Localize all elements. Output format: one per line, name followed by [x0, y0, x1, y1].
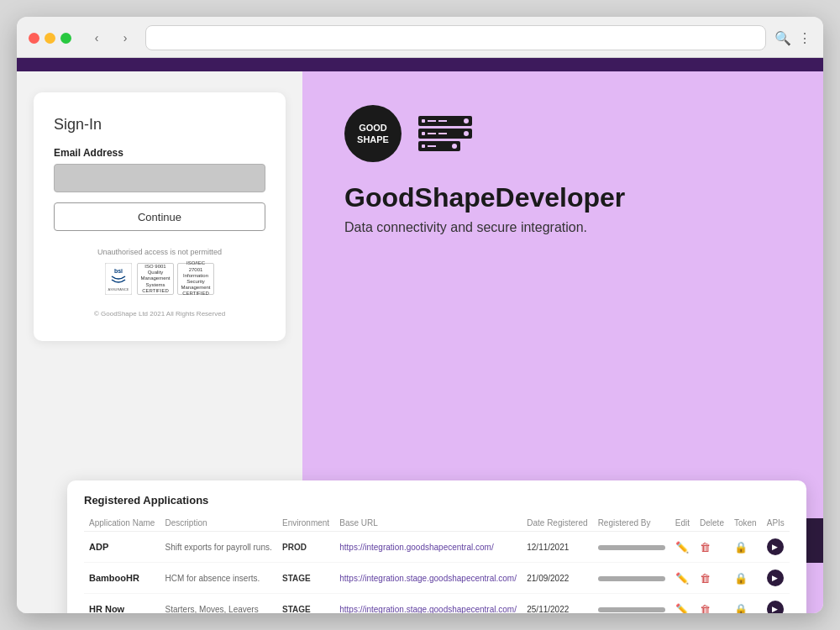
server-line-4: [438, 133, 447, 134]
menu-icon[interactable]: ⋮: [798, 30, 811, 46]
table-title: Registered Applications: [84, 494, 790, 507]
server-line-3: [428, 133, 436, 134]
server-dot-3: [422, 144, 425, 148]
table-row: HR Now Starters, Moves, Leavers STAGE ht…: [84, 594, 790, 614]
cert-iso27001: ISO/IEC27001Information SecurityManageme…: [177, 263, 214, 295]
app-date-hrnow: 25/11/2022: [527, 605, 569, 613]
server-rack-icon: [418, 116, 472, 151]
delete-icon-adp[interactable]: 🗑: [700, 541, 711, 554]
app-desc-bamboohr: HCM for absence inserts.: [165, 574, 260, 583]
top-bar: [17, 58, 823, 71]
app-desc-adp: Shift exports for payroll runs.: [165, 543, 272, 552]
app-name-bamboohr: BambooHR: [89, 573, 139, 583]
address-bar[interactable]: [145, 25, 766, 50]
lock-icon-hrnow[interactable]: 🔒: [734, 603, 748, 614]
svg-text:bsi: bsi: [114, 268, 123, 274]
edit-icon-bamboohr[interactable]: ✏️: [675, 572, 689, 585]
nav-forward-button[interactable]: ›: [113, 26, 137, 50]
svg-text:ASSURANCE: ASSURANCE: [108, 287, 129, 291]
server-line-2: [438, 120, 447, 122]
traffic-light-red[interactable]: [29, 33, 39, 44]
server-bar-3: [418, 141, 460, 151]
email-label: Email Address: [54, 147, 265, 159]
copyright-text: © GoodShape Ltd 2021 All Rights Reserved: [54, 310, 265, 318]
bsi-certs: ISO 9001QualityManagementSystemsCERTIFIE…: [137, 263, 214, 295]
brand-subtitle: Data connectivity and secure integration…: [344, 220, 781, 235]
col-registered-by: Registered By: [593, 515, 670, 532]
server-dot-2: [422, 132, 425, 135]
registered-by-hrnow: [598, 607, 665, 612]
search-icon[interactable]: 🔍: [774, 30, 791, 46]
col-edit: Edit: [670, 515, 695, 532]
lock-icon-bamboohr[interactable]: 🔒: [734, 572, 748, 585]
continue-button[interactable]: Continue: [54, 202, 265, 231]
cert-iso9001-label: ISO 9001QualityManagementSystemsCERTIFIE…: [140, 264, 170, 294]
app-url-bamboohr[interactable]: https://integration.stage.goodshapecentr…: [339, 574, 517, 583]
app-env-hrnow: STAGE: [282, 605, 311, 613]
col-token: Token: [729, 515, 762, 532]
goodshape-logo-text: GOODSHAPE: [357, 122, 389, 146]
server-bar-2: [418, 129, 472, 139]
table-header-row: Application Name Description Environment…: [84, 515, 790, 532]
registered-applications-panel: Registered Applications Application Name…: [67, 480, 806, 613]
traffic-light-yellow[interactable]: [45, 33, 55, 44]
app-date-adp: 12/11/2021: [527, 543, 569, 552]
app-desc-hrnow: Starters, Moves, Leavers: [165, 605, 259, 613]
delete-icon-hrnow[interactable]: 🗑: [700, 603, 711, 614]
registered-by-adp: [598, 545, 665, 550]
brand-area: GOODSHAPE: [344, 105, 781, 162]
email-input[interactable]: [54, 164, 265, 192]
table-row: ADP Shift exports for payroll runs. PROD…: [84, 532, 790, 563]
traffic-light-green[interactable]: [60, 33, 71, 44]
server-line: [428, 120, 436, 122]
signin-card: Sign-In Email Address Continue Unauthori…: [34, 92, 286, 341]
server-bar-1: [418, 116, 472, 126]
outer-wrapper: ‹ › 🔍 ⋮ Sign-In Email Address Cont: [0, 0, 840, 630]
nav-buttons: ‹ ›: [85, 26, 137, 50]
content-wrapper: Sign-In Email Address Continue Unauthori…: [17, 71, 823, 613]
table-row: BambooHR HCM for absence inserts. STAGE …: [84, 563, 790, 594]
traffic-lights: [29, 33, 71, 44]
edit-icon-adp[interactable]: ✏️: [675, 541, 689, 554]
col-delete: Delete: [695, 515, 729, 532]
bsi-logo-icon: bsi ASSURANCE: [105, 263, 132, 295]
app-url-hrnow[interactable]: https://integration.stage.goodshapecentr…: [339, 605, 517, 613]
cert-iso27001-label: ISO/IEC27001Information SecurityManageme…: [180, 260, 212, 297]
nav-back-button[interactable]: ‹: [85, 26, 108, 50]
browser-window: ‹ › 🔍 ⋮ Sign-In Email Address Cont: [17, 17, 823, 613]
app-env-bamboohr: STAGE: [282, 574, 311, 583]
app-name-adp: ADP: [89, 542, 108, 552]
server-line-5: [428, 145, 436, 147]
col-app-name: Application Name: [84, 515, 160, 532]
col-apis: APIs: [762, 515, 790, 532]
lock-icon-adp[interactable]: 🔒: [734, 541, 748, 554]
server-dot: [422, 119, 425, 123]
app-date-bamboohr: 21/09/2022: [527, 574, 569, 583]
play-icon-hrnow[interactable]: ▶: [767, 601, 784, 613]
goodshape-logo: GOODSHAPE: [344, 105, 402, 162]
col-environment: Environment: [277, 515, 334, 532]
play-icon-adp[interactable]: ▶: [767, 538, 784, 555]
col-date-registered: Date Registered: [522, 515, 592, 532]
bsi-badge: bsi ASSURANCE ISO 9001QualityManagementS…: [54, 263, 265, 295]
browser-chrome: ‹ › 🔍 ⋮: [17, 17, 823, 58]
col-description: Description: [160, 515, 277, 532]
brand-title: GoodShapeDeveloper: [344, 182, 781, 213]
unauthorised-text: Unauthorised access is not permitted: [54, 248, 265, 256]
delete-icon-bamboohr[interactable]: 🗑: [700, 572, 711, 585]
edit-icon-hrnow[interactable]: ✏️: [675, 603, 689, 614]
signin-title: Sign-In: [54, 116, 265, 134]
app-name-hrnow: HR Now: [89, 604, 124, 613]
play-icon-bamboohr[interactable]: ▶: [767, 570, 784, 586]
registered-by-bamboohr: [598, 576, 665, 581]
cert-iso9001: ISO 9001QualityManagementSystemsCERTIFIE…: [137, 263, 174, 295]
col-base-url: Base URL: [334, 515, 522, 532]
app-url-adp[interactable]: https://integration.goodshapecentral.com…: [339, 543, 493, 552]
app-env-adp: PROD: [282, 543, 307, 552]
browser-actions: 🔍 ⋮: [774, 30, 811, 46]
registered-applications-table: Application Name Description Environment…: [84, 515, 790, 613]
